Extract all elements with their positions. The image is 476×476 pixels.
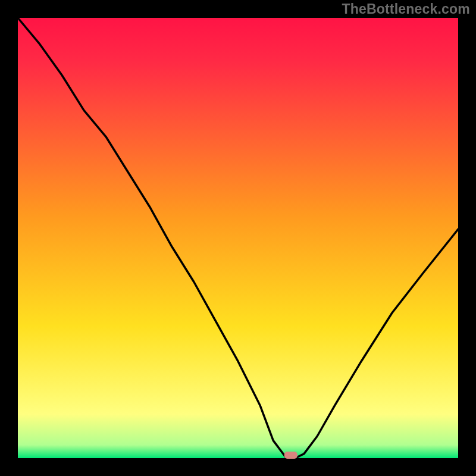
frame-bottom (0, 458, 476, 476)
frame-right (458, 0, 476, 476)
optimal-marker (284, 452, 298, 459)
frame-left (0, 0, 18, 476)
plot-area (18, 18, 458, 458)
watermark-text: TheBottleneck.com (342, 1, 470, 17)
bottleneck-curve-chart (0, 0, 476, 476)
chart-root: TheBottleneck.com (0, 0, 476, 476)
